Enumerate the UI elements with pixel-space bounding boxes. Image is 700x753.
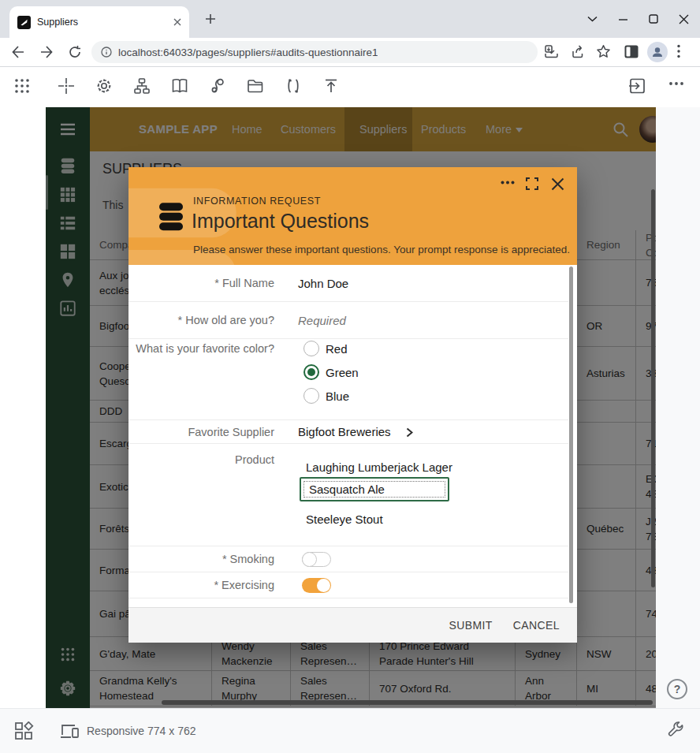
dialog-database-icon	[155, 200, 187, 232]
full-name-input[interactable]: John Doe	[298, 265, 348, 302]
field-row-exercising: * Exercising	[128, 572, 568, 598]
radio-green-label: Green	[326, 365, 359, 381]
tab-favicon-icon	[17, 16, 31, 29]
hook-api-icon[interactable]	[208, 76, 227, 95]
product-option-3[interactable]: Steeleye Stout	[306, 512, 383, 527]
crosshair-icon[interactable]	[57, 76, 76, 95]
product-option-2-label: Sasquatch Ale	[309, 483, 385, 496]
cancel-button[interactable]: CANCEL	[513, 619, 560, 632]
field-row-smoking: * Smoking	[128, 546, 568, 572]
radio-red[interactable]	[303, 341, 319, 356]
window-maximize-icon[interactable]	[649, 14, 658, 24]
age-input[interactable]: Required	[298, 302, 346, 339]
chevron-right-icon[interactable]	[406, 427, 413, 438]
browser-menu-kebab-icon[interactable]	[677, 44, 680, 58]
responsive-size-label: Responsive 774 x 762	[87, 725, 196, 737]
help-question-icon: ?	[674, 683, 681, 695]
browser-tabstrip: Suppliers	[0, 0, 700, 38]
age-label: * How old are you?	[128, 302, 274, 339]
wrench-icon[interactable]	[666, 721, 684, 739]
components-diamond-grid-icon[interactable]	[14, 721, 34, 741]
window-minimize-icon[interactable]	[618, 14, 628, 24]
tab-title: Suppliers	[37, 17, 173, 28]
right-margin	[656, 107, 700, 708]
site-info-icon	[101, 47, 112, 58]
exercising-label: * Exercising	[128, 572, 274, 598]
full-name-label: * Full Name	[128, 265, 274, 302]
field-row-product: Product Laughing Lumberjack Lager Sasqua…	[128, 444, 568, 546]
share-icon[interactable]	[571, 44, 586, 59]
favorite-color-label: What is your favorite color?	[128, 342, 274, 355]
upload-icon[interactable]	[322, 76, 341, 95]
product-option-2-selected[interactable]: Sasquatch Ale	[300, 477, 449, 501]
status-bar: Responsive 774 x 762	[0, 708, 700, 753]
information-request-dialog: INFORMATION REQUEST Important Questions …	[128, 167, 577, 643]
dialog-menu-dots-icon[interactable]	[501, 181, 515, 185]
toolbar-more-icon[interactable]	[668, 81, 684, 86]
radio-red-label: Red	[326, 341, 348, 357]
dialog-title: Important Questions	[192, 210, 369, 233]
product-option-1[interactable]: Laughing Lumberjack Lager	[306, 460, 452, 475]
back-icon[interactable]	[11, 45, 25, 59]
dialog-footer: SUBMIT CANCEL	[128, 607, 577, 643]
dialog-expand-icon[interactable]	[526, 177, 538, 190]
side-panel-icon[interactable]	[624, 45, 639, 58]
bookmark-star-icon[interactable]	[596, 44, 611, 59]
field-row-favorite-color: What is your favorite color? Red Green B…	[128, 339, 568, 420]
dialog-close-icon[interactable]	[551, 177, 564, 191]
field-row-favorite-supplier: Favorite Supplier Bigfoot Breweries	[128, 420, 568, 444]
download-icon[interactable]	[544, 44, 559, 59]
browser-profile-avatar[interactable]	[647, 42, 668, 62]
smoking-label: * Smoking	[128, 546, 274, 572]
dialog-subtitle: Please answer these important questions.…	[193, 244, 570, 255]
gear-icon[interactable]	[95, 76, 114, 95]
exit-logout-icon[interactable]	[627, 76, 648, 95]
window-close-icon[interactable]	[679, 14, 689, 24]
book-icon[interactable]	[170, 76, 189, 95]
forward-icon[interactable]	[39, 45, 54, 59]
radio-green[interactable]	[303, 364, 319, 380]
field-row-full-name: * Full Name John Doe	[128, 265, 568, 302]
window-chevron-icon[interactable]	[587, 16, 598, 22]
sitemap-icon[interactable]	[132, 76, 151, 95]
help-button[interactable]: ?	[667, 679, 687, 699]
radio-blue-label: Blue	[326, 389, 349, 404]
dialog-scrollbar[interactable]	[569, 267, 573, 603]
folder-icon[interactable]	[246, 76, 265, 95]
dialog-header: INFORMATION REQUEST Important Questions …	[128, 167, 577, 265]
radio-blue[interactable]	[303, 388, 319, 404]
new-tab-button[interactable]	[205, 13, 216, 24]
submit-button[interactable]: SUBMIT	[449, 619, 493, 632]
grid-dots-icon[interactable]	[13, 76, 32, 95]
window-controls	[587, 0, 689, 38]
responsive-devices-icon[interactable]	[60, 723, 80, 740]
field-row-age: * How old are you? Required	[128, 302, 568, 339]
favorite-supplier-label: Favorite Supplier	[128, 420, 274, 444]
reload-icon[interactable]	[68, 45, 82, 59]
page-toolbar	[0, 67, 700, 105]
browser-tab[interactable]: Suppliers	[9, 6, 189, 38]
url-field[interactable]: localhost:64033/pages/suppliers#audits-q…	[91, 41, 538, 63]
smoking-toggle[interactable]	[302, 552, 331, 567]
url-text: localhost:64033/pages/suppliers#audits-q…	[118, 47, 378, 58]
product-label: Product	[128, 453, 274, 466]
tab-close-icon[interactable]	[173, 18, 181, 26]
sync-refresh-icon[interactable]	[284, 76, 303, 95]
browser-urlbar: localhost:64033/pages/suppliers#audits-q…	[0, 38, 700, 67]
favorite-supplier-value[interactable]: Bigfoot Breweries	[298, 420, 391, 444]
exercising-toggle[interactable]	[302, 578, 331, 593]
dialog-eyebrow: INFORMATION REQUEST	[193, 196, 321, 207]
